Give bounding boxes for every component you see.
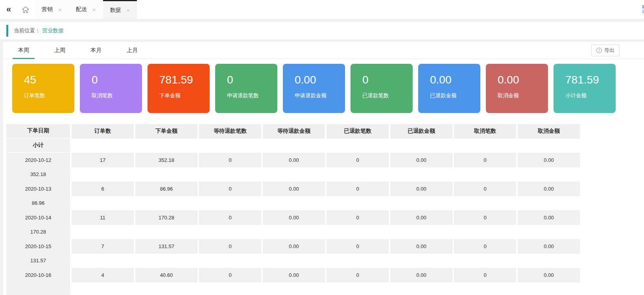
stat-card-2: 0取消笔数: [80, 64, 142, 113]
topbar-tab-label: 营销: [42, 6, 53, 13]
table-value-cell: 352.18: [135, 153, 197, 167]
table-value-cell: 86.96: [135, 182, 197, 196]
table-header-cell: 下单日期: [6, 124, 70, 139]
table-empty-cell: [135, 254, 197, 268]
stat-card-label: 已退款笔数: [351, 86, 413, 99]
stat-card-value: 45: [12, 64, 74, 86]
table-subtotal-amount-cell: 352.18: [6, 167, 70, 182]
export-button-label: 导出: [604, 47, 614, 54]
tab-close-icon[interactable]: ×: [92, 7, 96, 13]
table-empty-cell: [454, 254, 516, 268]
table-value-cell: 11: [72, 210, 134, 225]
breadcrumb: 当前位置： 营业数据: [0, 22, 644, 39]
home-tab[interactable]: [17, 0, 35, 19]
table-empty-cell: [135, 282, 197, 295]
table-empty-cell: [72, 196, 134, 211]
table-empty-cell: [263, 225, 325, 239]
stat-card-value: 0.00: [283, 64, 345, 86]
table-empty-cell: [72, 254, 134, 268]
table-header-cell: 订单数: [72, 124, 134, 139]
table-value-cell: 7: [72, 239, 134, 254]
table-section: 下单日期订单数下单金额等待退款笔数等待退款金额已退款笔数已退款金额取消笔数取消金…: [6, 124, 644, 295]
breadcrumb-accent-bar: [6, 25, 8, 37]
table-value-cell: 0.00: [518, 268, 580, 282]
table-empty-cell: [454, 196, 516, 211]
table-empty-cell: [199, 254, 261, 268]
export-button[interactable]: i 导出: [591, 45, 620, 56]
stat-card-value: 0.00: [418, 64, 480, 86]
table-empty-cell: [518, 139, 580, 153]
table-date-cell: 2020-10-13: [6, 182, 70, 196]
table-value-cell: 0.00: [390, 239, 452, 254]
table-value-cell: 17: [72, 153, 134, 167]
stat-card-label: 取消笔数: [80, 86, 142, 99]
table-empty-cell: [518, 282, 580, 295]
stat-card-label: 订单笔数: [12, 86, 74, 99]
period-tab-3[interactable]: 本月: [90, 42, 101, 59]
topbar-tab-3[interactable]: 数据×: [103, 0, 137, 19]
table-empty-cell: [327, 196, 389, 211]
table-value-cell: 0.00: [263, 239, 325, 254]
topbar-tab-1[interactable]: 营销×: [35, 0, 69, 19]
edge-widget-partial[interactable]: [642, 5, 644, 15]
table-empty-cell: [327, 254, 389, 268]
stat-card-7: 0.00已退款金额: [418, 64, 480, 113]
table-value-cell: 4: [72, 268, 134, 282]
stat-card-value: 0.00: [486, 64, 548, 86]
table-header-cell: 下单金额: [135, 124, 197, 139]
table-value-cell: 0: [327, 239, 389, 254]
table-value-cell: 0.00: [390, 182, 452, 196]
table-value-cell: 0: [327, 182, 389, 196]
period-tab-2[interactable]: 上周: [54, 42, 65, 59]
period-tabs: 本周上周本月上月: [18, 42, 163, 59]
table-value-cell: 170.28: [135, 210, 197, 225]
table-header-cell: 已退款金额: [390, 124, 452, 139]
table-empty-cell: [72, 139, 134, 153]
tab-close-icon[interactable]: ×: [127, 7, 130, 13]
table-empty-cell: [199, 196, 261, 211]
stat-cards-row: 45订单笔数0取消笔数781.59下单金额0申请退款笔数0.00申请退款金额0已…: [3, 59, 644, 113]
topbar-tab-2[interactable]: 配送×: [69, 0, 103, 19]
table-date-cell: 2020-10-14: [6, 210, 70, 225]
table-empty-cell: [390, 225, 452, 239]
table-value-cell: 0.00: [390, 153, 452, 167]
table-header-cell: 已退款笔数: [327, 124, 389, 139]
table-header-cell: 等待退款笔数: [199, 124, 261, 139]
table-empty-cell: [390, 254, 452, 268]
table-empty-cell: [390, 196, 452, 211]
breadcrumb-link[interactable]: 营业数据: [42, 27, 64, 34]
table-empty-cell: [199, 225, 261, 239]
period-tab-1[interactable]: 本周: [18, 42, 29, 59]
table-empty-cell: [518, 196, 580, 211]
table-value-cell: 0.00: [263, 182, 325, 196]
table-empty-cell: [454, 139, 516, 153]
topbar-tab-label: 数据: [110, 7, 121, 14]
table-empty-cell: [199, 139, 261, 153]
table-empty-cell: [263, 282, 325, 295]
stat-card-value: 0: [80, 64, 142, 86]
stat-card-label: 取消金额: [486, 86, 548, 99]
table-value-cell: 0: [327, 153, 389, 167]
table-empty-cell: [72, 167, 134, 182]
stat-card-1: 45订单笔数: [12, 64, 74, 113]
sidebar-collapse-icon[interactable]: «: [0, 0, 17, 19]
table-subtotal-amount-cell: 170.28: [6, 225, 70, 239]
period-tab-4[interactable]: 上月: [127, 42, 138, 59]
table-empty-cell: [518, 167, 580, 182]
table-empty-cell: [263, 254, 325, 268]
table-empty-cell: [390, 139, 452, 153]
main-panel: 本周上周本月上月 i 导出 45订单笔数0取消笔数781.59下单金额0申请退款…: [3, 42, 644, 295]
stat-card-value: 781.59: [554, 64, 616, 86]
business-data-table: 下单日期订单数下单金额等待退款笔数等待退款金额已退款笔数已退款金额取消笔数取消金…: [6, 124, 644, 295]
table-empty-cell: [327, 139, 389, 153]
table-empty-cell: [390, 282, 452, 295]
table-value-cell: 40.60: [135, 268, 197, 282]
table-value-cell: 0: [199, 210, 261, 225]
table-value-cell: 6: [72, 182, 134, 196]
table-subtotal-amount-cell: 131.57: [6, 254, 70, 268]
table-value-cell: 0: [327, 210, 389, 225]
table-subtotal-amount-cell: 86.96: [6, 196, 70, 211]
table-header-cell: 取消笔数: [454, 124, 516, 139]
stat-card-value: 781.59: [148, 64, 210, 86]
tab-close-icon[interactable]: ×: [58, 7, 62, 13]
